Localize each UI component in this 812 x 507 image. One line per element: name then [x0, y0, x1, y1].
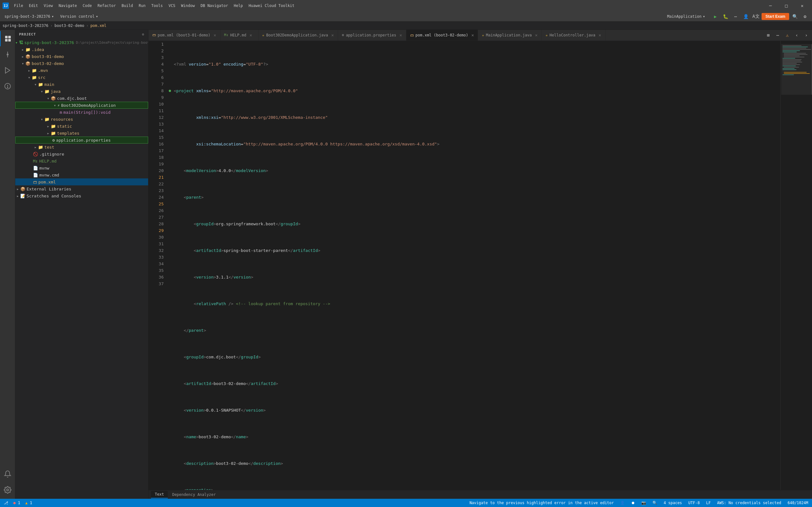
tree-pom-xml[interactable]: 🗃 pom.xml [15, 178, 148, 185]
profile-button[interactable]: 👤 [741, 12, 750, 21]
app-icon: IJ [3, 3, 9, 9]
status-camera[interactable]: 📷 [640, 501, 647, 505]
tab-helloctrl[interactable]: ☕ HelloController.java × [542, 30, 606, 41]
project-selector[interactable]: spring-boot-3-202376 ▾ [3, 14, 56, 19]
tab-close-help[interactable]: × [249, 33, 252, 38]
menu-edit[interactable]: Edit [26, 2, 41, 9]
breadcrumb-project[interactable]: spring-boot-3-202376 [3, 23, 49, 28]
activity-commit[interactable] [0, 47, 15, 62]
vcs-selector[interactable]: Version control ▾ [58, 14, 100, 19]
tree-static[interactable]: ▸ 📁 static [15, 123, 148, 130]
tab-close-appprops[interactable]: × [399, 33, 402, 38]
tree-root[interactable]: ▾ 🏗 spring-boot-3-202376 D:\project\Idea… [15, 39, 148, 46]
tab-helpmd[interactable]: M↕ HELP.md × [220, 30, 258, 41]
tree-boot3-01[interactable]: ▸ 📦 boot3-01-demo [15, 53, 148, 60]
translate-button[interactable]: A文 [751, 12, 760, 21]
tree-test[interactable]: ▸ 📁 test [15, 144, 148, 151]
tab-close-pom2[interactable]: × [471, 33, 474, 38]
tab-pom-boot3-02[interactable]: 🗃 pom.xml (boot3-02-demo) × [406, 30, 478, 41]
status-record[interactable]: ⏺ [630, 501, 636, 505]
menu-code[interactable]: Code [80, 2, 95, 9]
maximize-button[interactable]: □ [779, 0, 794, 11]
code-editor[interactable]: <?xml version="1.0" encoding="UTF-8"?> ●… [166, 41, 780, 490]
menu-file[interactable]: File [11, 2, 26, 9]
menu-help[interactable]: Help [231, 2, 246, 9]
tree-resources[interactable]: ▾ 📁 resources [15, 116, 148, 123]
activity-run[interactable] [0, 63, 15, 78]
tree-idea[interactable]: ▸ 📁 .idea [15, 46, 148, 53]
tree-src[interactable]: ▾ 📁 src [15, 74, 148, 81]
tree-templates[interactable]: ▸ 📁 templates [15, 130, 148, 136]
tree-mvnw[interactable]: 📄 mvnw [15, 164, 148, 171]
menu-navigate[interactable]: Navigate [56, 2, 80, 9]
status-aws[interactable]: AWS: No credentials selected [716, 501, 782, 505]
tab-menu-button[interactable]: ⋯ [773, 31, 782, 40]
tree-java[interactable]: ▾ 📁 java [15, 88, 148, 95]
tree-helpmd[interactable]: M↕ HELP.md [15, 158, 148, 164]
search-everywhere-button[interactable]: 🔍 [791, 12, 799, 21]
status-memory[interactable]: 640/1024M [786, 501, 809, 505]
tree-mvnwcmd[interactable]: 📄 mvnw.cmd [15, 171, 148, 178]
bottom-tab-dependency[interactable]: Dependency Analyzer [168, 491, 219, 498]
code-line-1: <?xml version="1.0" encoding="UTF-8"?> [169, 61, 780, 67]
menu-run[interactable]: Run [136, 2, 148, 9]
tab-close-helloctrl[interactable]: × [599, 33, 601, 38]
minimap[interactable] [780, 41, 812, 490]
tab-boot302app[interactable]: ☕ Boot302DemoApplication.java × [258, 30, 338, 41]
svg-rect-3 [8, 39, 11, 42]
activity-debug[interactable] [0, 78, 15, 94]
status-profile[interactable]: 👤 [619, 501, 626, 505]
tab-appprops[interactable]: ⚙ application.properties × [338, 30, 406, 41]
activity-notifications[interactable] [0, 466, 15, 482]
tree-package[interactable]: ▾ 📦 com.djc.boot [15, 95, 148, 102]
sidebar-settings-icon[interactable]: ⚙ [142, 32, 144, 37]
bottom-tab-text[interactable]: Text [151, 491, 168, 498]
activity-settings[interactable] [0, 482, 15, 498]
activity-project[interactable] [0, 31, 15, 46]
breadcrumb-file[interactable]: pom.xml [90, 23, 107, 28]
debug-button[interactable]: 🐛 [721, 12, 730, 21]
run-config-selector[interactable]: MainApplication ▾ [665, 14, 710, 19]
tree-gitignore[interactable]: 🚫 .gitignore [15, 151, 148, 158]
menu-db-navigator[interactable]: DB Navigator [198, 2, 231, 9]
more-actions-button[interactable]: ⋯ [731, 12, 740, 21]
tree-boot3-02[interactable]: ▾ 📦 boot3-02-demo [15, 60, 148, 67]
tab-close-mainapp[interactable]: × [535, 33, 538, 38]
tab-pom-boot3-01[interactable]: 🗃 pom.xml (boot3-01-demo) × [148, 30, 220, 41]
tab-action-button[interactable]: ⚠ [783, 31, 792, 40]
tree-app-properties[interactable]: ⚙ application.properties [15, 136, 148, 144]
tab-split-button[interactable]: ⊞ [764, 31, 773, 40]
status-lf[interactable]: LF [705, 501, 712, 505]
run-button[interactable]: ▶ [711, 12, 720, 21]
close-button[interactable]: ✕ [795, 0, 809, 11]
menu-huawei[interactable]: Huawei Cloud Toolkit [246, 2, 297, 9]
tree-boot302app[interactable]: ▾ ⚡ Boot302DemoApplication [15, 102, 148, 109]
status-warnings[interactable]: ▲ 1 [24, 501, 34, 505]
menu-vcs[interactable]: VCS [166, 2, 178, 9]
tab-close-pom1[interactable]: × [213, 33, 216, 38]
status-errors[interactable]: ● 1 [12, 501, 21, 505]
status-inspect[interactable]: 🔍 [651, 501, 658, 505]
start-exam-button[interactable]: Start Exam [762, 13, 789, 20]
settings-button[interactable]: ⚙ [801, 12, 809, 21]
tree-external-libs[interactable]: ▸ 📦 External Libraries [15, 185, 148, 192]
status-encoding[interactable]: UTF-8 [687, 501, 701, 505]
status-indent[interactable]: 4 spaces [662, 501, 683, 505]
menu-window[interactable]: Window [179, 2, 197, 9]
status-nav-prev[interactable]: Navigate to the previous highlighted err… [468, 501, 615, 505]
breadcrumb-module[interactable]: boot3-02-demo [55, 23, 84, 28]
tree-main-method[interactable]: m main(String[]):void [15, 109, 148, 116]
tree-main[interactable]: ▾ 📁 main [15, 81, 148, 88]
tree-mvn[interactable]: ▸ 📁 .mvn [15, 67, 148, 74]
tree-scratches[interactable]: ▸ 📝 Scratches and Consoles [15, 192, 148, 199]
minimize-button[interactable]: ─ [763, 0, 778, 11]
status-git[interactable]: ⎇ [3, 501, 9, 505]
menu-build[interactable]: Build [119, 2, 136, 9]
menu-tools[interactable]: Tools [149, 2, 165, 9]
tab-nav-next[interactable]: › [802, 31, 811, 40]
tab-mainapp[interactable]: ☕ MainApplication.java × [478, 30, 542, 41]
tab-nav-prev[interactable]: ‹ [792, 31, 801, 40]
menu-refactor[interactable]: Refactor [95, 2, 118, 9]
menu-view[interactable]: View [41, 2, 55, 9]
tab-close-boot302[interactable]: × [331, 33, 334, 38]
